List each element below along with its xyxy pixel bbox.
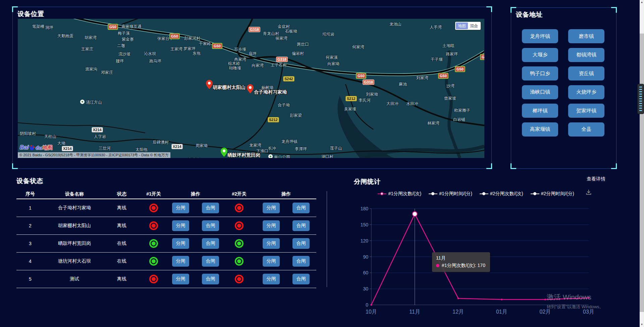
open-switch-button[interactable]: 分闸 <box>263 203 280 213</box>
close-switch-button[interactable]: 合闸 <box>292 274 310 284</box>
address-button-高家堰镇[interactable]: 高家堰镇 <box>522 122 558 137</box>
road-shield-G318: G318 <box>249 27 260 32</box>
map-place-label: 彭家河村 <box>184 36 200 41</box>
page-scrollbar-thumb[interactable] <box>640 34 644 312</box>
device-marker-label: 胡家棚村太阳山 <box>213 85 246 91</box>
open-switch-button[interactable]: 分闸 <box>172 238 189 249</box>
close-switch-button[interactable]: 合闸 <box>292 238 310 249</box>
map-place-label: 咕噜垭 <box>229 65 241 71</box>
close-switch-button[interactable]: 合闸 <box>292 256 310 267</box>
baidu-paw-icon <box>29 144 35 151</box>
cell-status: 离线 <box>105 270 139 288</box>
switch-indicator-core <box>236 276 242 282</box>
close-switch-button[interactable]: 合闸 <box>292 220 310 231</box>
table-header-cell: 操作 <box>256 190 316 199</box>
legend-item-4[interactable]: #2分闸时间/(分) <box>531 191 574 197</box>
road-shield-S212: S212 <box>268 117 279 122</box>
address-button-火烧坪乡[interactable]: 火烧坪乡 <box>568 85 604 99</box>
switch-indicator-red <box>235 275 244 283</box>
map-place-label: 龙舟坪镇 <box>281 139 298 145</box>
scroll-position-widget[interactable] <box>637 84 644 114</box>
download-icon[interactable] <box>585 189 592 197</box>
legend-item-2[interactable]: #1分闸时间/(分) <box>429 191 472 197</box>
table-scroll-track[interactable] <box>327 191 327 287</box>
road-shield-G50: G50 <box>356 73 366 79</box>
map-place-label: 邓家庄 <box>101 70 113 75</box>
open-switch-button[interactable]: 分闸 <box>172 220 189 231</box>
address-button-龙舟坪镇[interactable]: 龙舟坪镇 <box>522 29 558 43</box>
open-switch-button[interactable]: 分闸 <box>172 256 189 267</box>
legend-item-3[interactable]: #2分闸次数/(次) <box>480 191 523 197</box>
open-switch-button[interactable]: 分闸 <box>263 220 280 231</box>
map-place-label: 莲子山 <box>330 146 342 151</box>
legend-item-1[interactable]: #1分闸次数/(次) <box>378 191 421 197</box>
map-place-label: 流沙坡 <box>118 51 130 57</box>
map-place-label: 沁水坝 <box>144 51 156 57</box>
table-row: 4塘坊河村大石坝在线分闸合闸分闸合闸 <box>16 253 316 270</box>
address-button-大堰乡[interactable]: 大堰乡 <box>522 48 558 62</box>
corner-bracket <box>12 6 18 12</box>
map-place-label: 向家坳 <box>327 61 339 67</box>
table-header-cell: 操作 <box>169 190 222 199</box>
map-place-label: 跑马坪 <box>149 58 161 64</box>
scrollbar-up-arrow[interactable]: ▲ <box>640 0 644 5</box>
device-marker[interactable] <box>247 84 254 94</box>
switch-indicator-core <box>236 258 242 264</box>
close-switch-button[interactable]: 合闸 <box>202 203 219 213</box>
map-place-label: 曾家坡 <box>444 96 456 101</box>
device-marker[interactable] <box>221 148 227 157</box>
map-place-label: 太阳包 <box>136 147 148 153</box>
view-details-link[interactable]: 查看详情 <box>587 176 605 182</box>
address-button-都镇湾镇[interactable]: 都镇湾镇 <box>568 48 604 62</box>
close-switch-button[interactable]: 合闸 <box>292 203 310 213</box>
map-attribution: © 2021 Baidu - GS(2019)5218号 - 甲测资字11009… <box>18 152 170 158</box>
address-button-贺家坪镇[interactable]: 贺家坪镇 <box>568 104 604 118</box>
device-location-panel: 设备位置 笔架槽洞坪天鹅抱蛋王家庄胡家湾高家堰互通梅子溪紫金 <box>12 7 492 169</box>
map-place-label: 千家岭 <box>199 41 211 47</box>
open-switch-button[interactable]: 分闸 <box>263 256 280 267</box>
cell-switch1 <box>139 253 169 270</box>
svg-text:90: 90 <box>363 254 368 260</box>
address-button-磨市镇[interactable]: 磨市镇 <box>568 29 604 43</box>
legend-dot <box>533 192 536 195</box>
close-switch-button[interactable]: 合闸 <box>202 256 219 267</box>
open-switch-button[interactable]: 分闸 <box>263 274 280 284</box>
cell-operations1: 分闸合闸 <box>169 253 222 270</box>
corner-bracket <box>12 163 18 169</box>
cell-operations2: 分闸合闸 <box>256 199 316 217</box>
dashboard-page: 设备位置 笔架槽洞坪天鹅抱蛋王家庄胡家湾高家堰互通梅子溪紫金 <box>0 0 644 327</box>
baidu-map[interactable]: 笔架槽洞坪天鹅抱蛋王家庄胡家湾高家堰互通梅子溪紫金寨二墩流沙坡沁水坝腰坪跑马坪渡… <box>18 19 484 158</box>
scrollbar-down-arrow[interactable]: ▼ <box>640 322 644 327</box>
switch-indicator-core <box>151 276 157 282</box>
address-button-鸭子口乡[interactable]: 鸭子口乡 <box>522 66 558 80</box>
close-switch-button[interactable]: 合闸 <box>202 238 219 249</box>
watermark-line1: 激活 Windows <box>547 292 604 302</box>
device-marker[interactable] <box>206 80 213 89</box>
map-place-label: 石板坳 <box>285 29 297 34</box>
map-place-label: 王家湾 <box>170 46 182 52</box>
map-place-label: 胡家湾 <box>85 35 97 41</box>
open-switch-button[interactable]: 分闸 <box>172 274 189 284</box>
map-place-label: 干子堰 <box>431 57 443 62</box>
cell-device-name: 测试 <box>44 270 105 288</box>
address-button-榔坪镇[interactable]: 榔坪镇 <box>522 104 558 118</box>
map-toggle-map[interactable]: 地图 <box>456 22 468 29</box>
address-button-渔峡口镇[interactable]: 渔峡口镇 <box>522 85 558 99</box>
cell-operations1: 分闸合闸 <box>169 199 222 217</box>
map-place-label: 刘家湾 <box>416 75 428 81</box>
map-place-label: 何家溪 <box>326 55 338 60</box>
cell-switch1 <box>139 199 169 217</box>
close-switch-button[interactable]: 合闸 <box>202 274 219 284</box>
map-place-label: 大坳 <box>57 141 65 146</box>
close-switch-button[interactable]: 合闸 <box>202 220 219 231</box>
legend-marker-icon <box>378 192 386 196</box>
address-button-资丘镇[interactable]: 资丘镇 <box>568 66 604 80</box>
address-button-全县[interactable]: 全县 <box>568 122 604 137</box>
svg-text:12月: 12月 <box>452 309 464 315</box>
map-toggle-hybrid[interactable]: 混合 <box>468 22 480 29</box>
open-switch-button[interactable]: 分闸 <box>172 203 189 213</box>
open-switch-button[interactable]: 分闸 <box>263 238 280 249</box>
map-place-label: 高家堰互通 <box>121 24 142 30</box>
map-place-label: 后碑澳村 <box>153 140 169 145</box>
map-place-label: 长冲 <box>268 146 276 151</box>
